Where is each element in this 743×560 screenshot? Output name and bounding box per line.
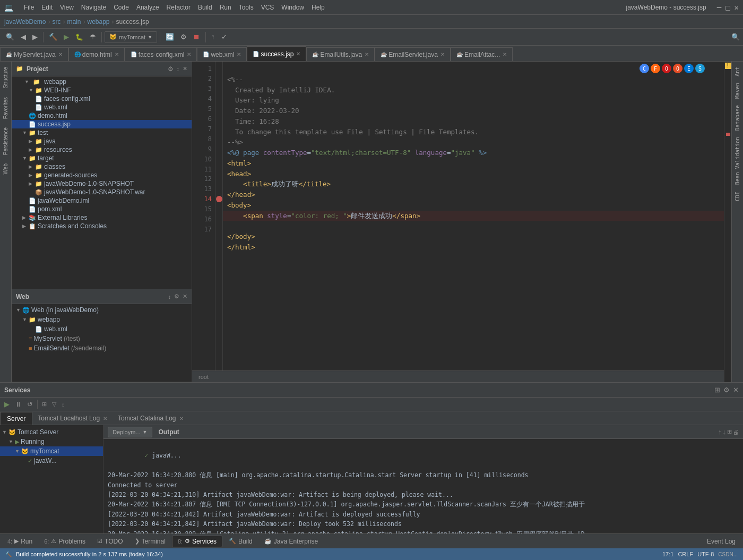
cursor-position[interactable]: 17:1 [662,551,673,557]
web-tree-myservlet[interactable]: ≡ MyServlet (/test) [12,334,192,343]
services-group-btn[interactable]: ⊞ [40,400,49,409]
left-tab-web[interactable]: Web [2,160,10,177]
close-button[interactable]: ✕ [735,3,739,12]
line-ending[interactable]: CRLF [678,551,693,557]
services-sort-btn[interactable]: ↕ [59,400,67,409]
tree-item-generated[interactable]: ▶ 📁 generated-sources [12,171,192,179]
bot-tab-problems[interactable]: 6: ⚠ Problems [39,536,91,547]
tree-item-scratches[interactable]: ▶ 📋 Scratches and Consoles [12,222,192,230]
scroll-up-btn[interactable]: ↑ [718,428,722,436]
right-tab-database[interactable]: Database [733,102,741,134]
toolbar-update[interactable]: 🔄 [163,31,177,42]
tree-item-web-xml[interactable]: 📄 web.xml [12,103,192,111]
catalina-log-close[interactable]: ✕ [179,416,184,421]
firefox-icon[interactable]: F [651,64,660,73]
web-tree-emailservlet[interactable]: ≡ EmailServlet (/sendemail) [12,343,192,353]
web-tree-root[interactable]: ▼ 🌐 Web (in javaWebDemo) [12,305,192,315]
tree-item-test[interactable]: ▼ 📁 test [12,128,192,137]
bot-tab-terminal[interactable]: ❯ Terminal [129,536,171,547]
toolbar-search[interactable]: 🔍 [731,33,740,41]
emailservlet-close[interactable]: ✕ [440,51,445,57]
toolbar-search-everywhere[interactable]: 🔍 [3,31,17,42]
toolbar-settings[interactable]: ⚙ [178,31,189,42]
run-config-dropdown[interactable]: 🐱 myTomcat ▼ [105,31,157,43]
menu-run[interactable]: Run [217,3,235,12]
project-close-icon[interactable]: ✕ [183,65,187,72]
tab-myservlet[interactable]: ☕ MyServlet.java ✕ [0,47,68,61]
breadcrumb-file[interactable]: success.jsp [116,18,149,25]
web-tree-webxml[interactable]: 📄 web.xml [12,324,192,334]
tomcat-server-item[interactable]: ▼ 🐱 Tomcat Server [0,427,103,437]
tree-item-webapp[interactable]: ▼ 📁 webapp [12,77,192,86]
maximize-button[interactable]: □ [725,3,730,12]
code-content[interactable]: <%-- Created by IntelliJ IDEA. User: lyi… [223,62,731,371]
bot-tab-build[interactable]: 🔨 Build [223,536,258,547]
toolbar-run[interactable]: ▶ [61,31,72,42]
tree-item-success-jsp[interactable]: 📄 success.jsp [12,120,192,128]
breadcrumb-project[interactable]: javaWebDemo [4,18,46,25]
demo-html-close[interactable]: ✕ [115,51,119,57]
emailutils-close[interactable]: ✕ [365,51,369,57]
tree-item-demo-html[interactable]: 🌐 demo.html [12,111,192,120]
menu-code[interactable]: Code [110,3,132,12]
services-run-btn[interactable]: ▶ [2,399,12,409]
scroll-down-btn[interactable]: ↓ [723,428,727,436]
emailattach-close[interactable]: ✕ [503,51,507,57]
tree-item-java[interactable]: ▶ 📁 java [12,137,192,145]
services-expand-icon[interactable]: ⊞ [714,386,720,394]
tree-item-war[interactable]: 📦 javaWebDemo-1.0-SNAPSHOT.war [12,188,192,196]
bot-tab-java-enterprise[interactable]: ☕ Java Enterprise [259,536,323,547]
tree-item-faces-config[interactable]: 📄 faces-config.xml [12,94,192,103]
tab-faces-config[interactable]: 📄 faces-config.xml ✕ [125,47,197,61]
services-restart-btn[interactable]: ↺ [25,399,35,409]
bot-tab-services[interactable]: 8: ⚙ Services [172,536,222,547]
toolbar-stop[interactable]: ⏹ [191,31,203,42]
menu-analyze[interactable]: Analyze [133,3,162,12]
deploy-dropdown[interactable]: Deploym... ▼ [108,427,152,437]
tree-item-iml[interactable]: 📄 javaWebDemo.iml [12,196,192,205]
bot-tab-run[interactable]: 4: ▶ Run [2,536,38,547]
safari-icon[interactable]: S [695,64,705,73]
javaw-item[interactable]: ✓ javaW... [0,456,103,466]
menu-help[interactable]: Help [308,3,328,12]
tab-success-jsp[interactable]: 📄 success.jsp ✕ [247,46,306,61]
tab-demo-html[interactable]: 🌐 demo.html ✕ [68,47,125,61]
tab-web-xml[interactable]: 📄 web.xml ✕ [197,47,247,61]
ie-icon[interactable]: O [673,64,682,73]
project-gear-icon[interactable]: ⚙ [168,65,174,73]
right-tab-cdi[interactable]: CDI [733,188,741,204]
tree-item-classes[interactable]: ▶ 📁 classes [12,162,192,171]
opera-icon[interactable]: O [662,64,671,73]
web-xml-close[interactable]: ✕ [237,51,241,57]
web-close-icon[interactable]: ✕ [183,293,187,300]
tree-item-external-libs[interactable]: ▶ 📚 External Libraries [12,213,192,222]
right-tab-ant[interactable]: Ant [733,64,741,80]
services-close-icon[interactable]: ✕ [733,386,739,394]
menu-vcs[interactable]: VCS [258,3,278,12]
menu-file[interactable]: File [21,3,37,12]
running-item[interactable]: ▼ ▶ Running [0,437,103,446]
right-tab-maven[interactable]: Maven [733,80,741,102]
svc-tab-catalina-log[interactable]: Tomcat Catalina Log ✕ [113,412,188,425]
breadcrumb-main[interactable]: main [67,18,81,25]
menu-window[interactable]: Window [278,3,307,12]
event-log-btn[interactable]: Event Log [702,536,741,547]
menu-navigate[interactable]: Navigate [78,3,109,12]
services-stop-all-btn[interactable]: ⏸ [13,399,24,409]
tree-item-snapshot-folder[interactable]: ▶ 📁 javaWebDemo-1.0-SNAPSHOT [12,179,192,188]
minimize-button[interactable]: ─ [717,3,721,12]
print-btn[interactable]: 🖨 [733,429,739,435]
tree-item-target[interactable]: ▼ 📁 target [12,154,192,162]
tree-item-pom[interactable]: 📄 pom.xml [12,205,192,213]
toolbar-coverage[interactable]: ☂ [87,31,99,42]
menu-view[interactable]: View [57,3,77,12]
toolbar-commit[interactable]: ✓ [219,31,230,42]
tab-emailservlet[interactable]: ☕ EmailServlet.java ✕ [375,47,451,61]
menu-edit[interactable]: Edit [38,3,56,12]
toolbar-forward[interactable]: ▶ [30,31,40,42]
edge-icon[interactable]: E [684,64,694,73]
success-jsp-close[interactable]: ✕ [296,51,300,57]
web-sort-icon[interactable]: ↕ [168,294,171,300]
localhost-log-close[interactable]: ✕ [103,416,107,421]
menu-refactor[interactable]: Refactor [163,3,194,12]
